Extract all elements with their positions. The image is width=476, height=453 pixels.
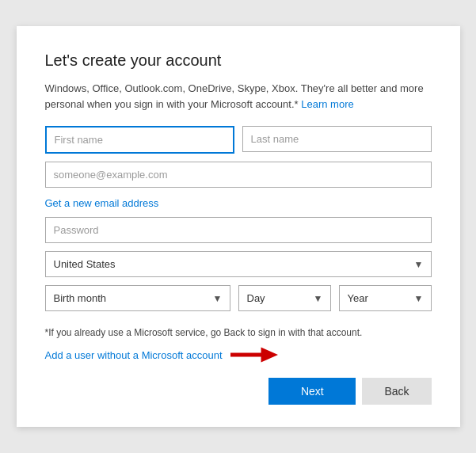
country-select-wrapper: United States Canada United Kingdom Aust… <box>45 251 432 277</box>
add-user-row: Add a user without a Microsoft account <box>45 346 432 364</box>
country-row: United States Canada United Kingdom Aust… <box>45 251 432 277</box>
add-user-link[interactable]: Add a user without a Microsoft account <box>45 349 223 361</box>
page-title: Let's create your account <box>45 51 432 70</box>
email-row <box>45 162 432 188</box>
first-name-input[interactable] <box>45 126 234 154</box>
red-arrow-svg <box>230 346 278 364</box>
birth-day-wrapper: Day 1 2 3 15 31 ▼ <box>238 285 331 311</box>
account-creation-card: Let's create your account Windows, Offic… <box>17 26 460 427</box>
password-row <box>45 217 432 243</box>
next-button[interactable]: Next <box>268 378 356 405</box>
get-new-email-link[interactable]: Get a new email address <box>45 197 159 209</box>
birth-year-wrapper: Year 2000 1990 1980 1970 ▼ <box>339 285 432 311</box>
first-name-wrapper <box>45 126 234 154</box>
description-body: Windows, Office, Outlook.com, OneDrive, … <box>45 82 424 110</box>
name-row <box>45 126 432 154</box>
back-button[interactable]: Back <box>362 378 431 405</box>
email-input[interactable] <box>45 162 432 188</box>
birth-month-select[interactable]: Birth month January February March April… <box>45 285 230 311</box>
svg-marker-0 <box>230 348 278 363</box>
birth-day-select[interactable]: Day 1 2 3 15 31 <box>238 285 331 311</box>
password-input[interactable] <box>45 217 432 243</box>
birth-row: Birth month January February March April… <box>45 285 432 311</box>
last-name-wrapper <box>242 126 432 154</box>
birth-month-wrapper: Birth month January February March April… <box>45 285 230 311</box>
birth-year-select[interactable]: Year 2000 1990 1980 1970 <box>339 285 432 311</box>
button-row: Next Back <box>45 378 432 405</box>
note-text: *If you already use a Microsoft service,… <box>45 325 432 340</box>
last-name-input[interactable] <box>242 126 432 152</box>
learn-more-link[interactable]: Learn more <box>301 98 353 110</box>
description-text: Windows, Office, Outlook.com, OneDrive, … <box>45 81 432 112</box>
country-select[interactable]: United States Canada United Kingdom Aust… <box>45 251 432 277</box>
arrow-icon <box>230 346 278 364</box>
